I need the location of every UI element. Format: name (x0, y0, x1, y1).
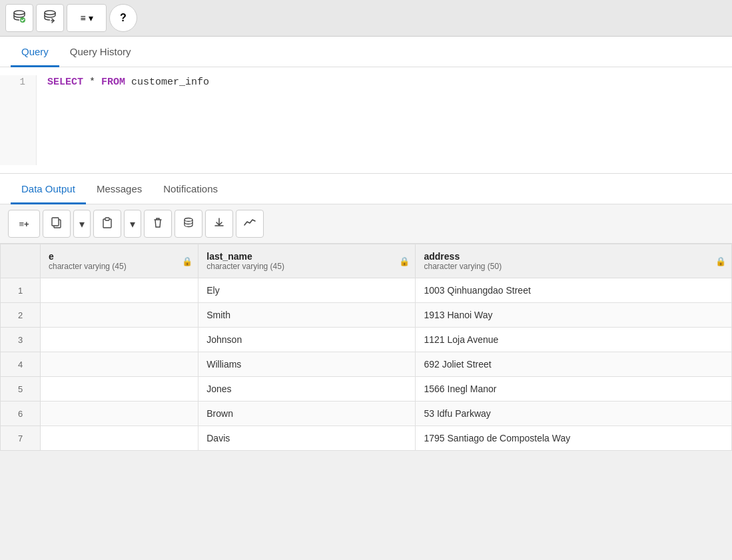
row-num-cell: 3 (1, 328, 41, 352)
tab-messages[interactable]: Messages (86, 174, 153, 204)
col-header-last-name: last_name character varying (45) 🔒 (198, 244, 416, 278)
col-header-first-name: e character varying (45) 🔒 (41, 244, 198, 278)
table-row[interactable]: 3 Johnson 1121 Loja Avenue (1, 328, 732, 352)
line-numbers: 1 (0, 75, 37, 165)
lock-icon-col3: 🔒 (715, 256, 726, 266)
sql-table-name: customer_info (131, 77, 209, 88)
paste-button[interactable] (93, 210, 121, 238)
row-last-name-cell: Jones (198, 377, 416, 402)
delete-icon (152, 216, 164, 231)
row-num-cell: 2 (1, 303, 41, 328)
sql-editor[interactable]: 1 SELECT * FROM customer_info (0, 67, 732, 174)
row-last-name-cell: Brown (198, 402, 416, 426)
add-row-icon: ≡+ (19, 219, 29, 229)
paste-dropdown-button[interactable]: ▾ (124, 210, 141, 238)
tab-messages-label: Messages (97, 183, 142, 194)
add-row-button[interactable]: ≡+ (8, 210, 40, 238)
row-address-cell: 1003 Qinhuangdao Street (416, 278, 732, 303)
save-data-icon (183, 216, 194, 231)
top-toolbar: ≡ ▾ ? (0, 0, 732, 37)
row-address-cell: 1566 Inegl Manor (416, 377, 732, 402)
help-button[interactable]: ? (109, 4, 137, 32)
tab-notifications[interactable]: Notifications (153, 174, 228, 204)
tab-query-label: Query (21, 46, 49, 57)
graph-button[interactable] (236, 210, 264, 238)
db-check-icon (12, 9, 27, 27)
svg-point-2 (45, 11, 55, 15)
svg-rect-6 (105, 218, 109, 220)
svg-point-7 (184, 218, 192, 222)
delete-button[interactable] (144, 210, 172, 238)
row-address-cell: 1121 Loja Avenue (416, 328, 732, 352)
copy-dropdown-button[interactable]: ▾ (73, 210, 91, 238)
row-col1-cell (41, 303, 198, 328)
output-tabs-bar: Data Output Messages Notifications (0, 174, 732, 204)
row-col1-cell (41, 352, 198, 377)
table-row[interactable]: 1 Ely 1003 Qinhuangdao Street (1, 278, 732, 303)
tab-notifications-label: Notifications (163, 183, 218, 194)
results-table: e character varying (45) 🔒 last_name cha… (0, 244, 732, 451)
main-container: Query Query History 1 SELECT * FROM cust… (0, 37, 732, 451)
row-col1-cell (41, 426, 198, 451)
data-table-container: e character varying (45) 🔒 last_name cha… (0, 244, 732, 451)
tab-query[interactable]: Query (11, 37, 59, 67)
col-name-e: e (49, 251, 190, 262)
row-address-cell: 1913 Hanoi Way (416, 303, 732, 328)
col-type-address: character varying (50) (424, 262, 723, 271)
row-last-name-cell: Williams (198, 352, 416, 377)
table-row[interactable]: 2 Smith 1913 Hanoi Way (1, 303, 732, 328)
query-tabs-bar: Query Query History (0, 37, 732, 67)
row-address-cell: 692 Joliet Street (416, 352, 732, 377)
data-toolbar: ≡+ ▾ ▾ (0, 204, 732, 244)
row-num-cell: 1 (1, 278, 41, 303)
copy-icon (51, 216, 63, 231)
row-last-name-cell: Davis (198, 426, 416, 451)
menu-dropdown-icon: ≡ ▾ (80, 13, 93, 23)
sql-star: * (89, 77, 101, 88)
paste-icon (101, 216, 113, 231)
table-row[interactable]: 5 Jones 1566 Inegl Manor (1, 377, 732, 402)
tab-data-output[interactable]: Data Output (11, 174, 86, 204)
row-num-cell: 6 (1, 402, 41, 426)
db-arrow-icon (43, 9, 57, 27)
graph-icon (243, 217, 256, 230)
row-num-cell: 4 (1, 352, 41, 377)
table-row[interactable]: 4 Williams 692 Joliet Street (1, 352, 732, 377)
sql-code-area[interactable]: SELECT * FROM customer_info (37, 75, 732, 165)
lock-icon-col1: 🔒 (182, 256, 192, 266)
line-number-1: 1 (5, 77, 25, 87)
download-button[interactable] (205, 210, 233, 238)
chevron-down-icon-2: ▾ (130, 218, 135, 230)
table-row[interactable]: 6 Brown 53 Idfu Parkway (1, 402, 732, 426)
tab-data-output-label: Data Output (21, 183, 75, 194)
chevron-down-icon: ▾ (79, 218, 85, 230)
tab-query-history-label: Query History (70, 46, 131, 57)
row-address-cell: 1795 Santiago de Compostela Way (416, 426, 732, 451)
help-icon: ? (120, 12, 127, 24)
row-num-cell: 7 (1, 426, 41, 451)
copy-button[interactable] (43, 210, 71, 238)
row-col1-cell (41, 328, 198, 352)
db-check-button[interactable] (5, 4, 33, 32)
col-type-last-name: character varying (45) (206, 262, 407, 271)
db-arrow-button[interactable] (36, 4, 64, 32)
col-type-e: character varying (45) (49, 262, 190, 271)
row-col1-cell (41, 278, 198, 303)
row-last-name-cell: Smith (198, 303, 416, 328)
col-header-address: address character varying (50) 🔒 (416, 244, 732, 278)
row-address-cell: 53 Idfu Parkway (416, 402, 732, 426)
download-icon (213, 216, 225, 231)
svg-point-0 (14, 11, 25, 15)
keyword-from: FROM (101, 77, 125, 88)
table-row[interactable]: 7 Davis 1795 Santiago de Compostela Way (1, 426, 732, 451)
menu-dropdown-button[interactable]: ≡ ▾ (67, 4, 107, 32)
svg-rect-4 (52, 218, 59, 226)
save-data-button[interactable] (175, 210, 202, 238)
row-num-cell: 5 (1, 377, 41, 402)
col-name-last-name: last_name (206, 251, 407, 262)
row-col1-cell (41, 402, 198, 426)
tab-query-history[interactable]: Query History (59, 37, 142, 67)
row-num-header (1, 244, 41, 278)
svg-point-1 (20, 17, 25, 23)
keyword-select: SELECT (47, 77, 83, 88)
